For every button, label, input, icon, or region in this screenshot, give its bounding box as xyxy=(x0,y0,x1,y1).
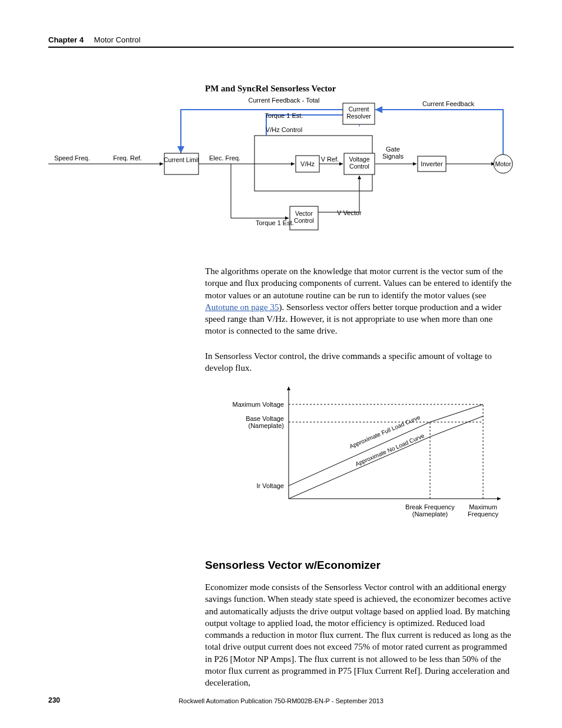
label-torque1est: Torque 1 Est. xyxy=(265,112,303,119)
label-curr-fb-total: Current Feedback - Total xyxy=(249,97,320,104)
ylabel-max: Maximum Voltage xyxy=(233,401,284,408)
paragraph-2: In Sensorless Vector control, the drive … xyxy=(205,350,514,374)
label-speed-freq: Speed Freq. xyxy=(54,154,90,162)
svg-text:Current
Limit: Current Limit xyxy=(164,156,199,163)
label-freq-ref: Freq. Ref. xyxy=(113,154,142,162)
autotune-link[interactable]: Autotune on page 35 xyxy=(205,302,279,312)
label-motor: Motor xyxy=(495,160,511,167)
section-label: Motor Control xyxy=(94,35,141,44)
svg-text:GateSignals: GateSignals xyxy=(382,146,404,160)
voltage-frequency-graph: Approximate Full Load Curve Approximate … xyxy=(230,381,513,534)
subheading-economizer: Sensorless Vector w/Economizer xyxy=(205,559,381,572)
label-elec-freq: Elec. Freq. xyxy=(209,154,240,162)
label-vvector: V Vector xyxy=(337,209,362,216)
paragraph-1: The algorithms operate on the knowledge … xyxy=(205,265,514,337)
diagram-title: PM and SyncRel Sensorless Vector xyxy=(205,84,336,94)
label-vhz: V/Hz xyxy=(300,160,315,167)
label-curr-fb: Current Feedback xyxy=(422,100,475,107)
svg-text:MaximumFrequency: MaximumFrequency xyxy=(468,503,498,518)
svg-text:CurrentResolver: CurrentResolver xyxy=(346,106,371,120)
publication-line: Rockwell Automation Publication 750-RM00… xyxy=(0,697,562,704)
block-diagram: Speed Freq. Freq. Ref. Current Limit Ele… xyxy=(48,94,514,248)
label-torque1est-b: Torque 1 Est. xyxy=(256,219,294,226)
paragraph-3: Economizer mode consists of the Sensorle… xyxy=(205,581,514,689)
label-vref: V Ref. xyxy=(321,156,339,163)
label-inverter: Inverter xyxy=(421,160,443,167)
chapter-label: Chapter 4 xyxy=(48,35,84,44)
label-vhz-control: V/Hz Control xyxy=(266,126,302,133)
ylabel-ir: Ir Voltage xyxy=(257,482,284,489)
svg-text:Base Voltage(Nameplate): Base Voltage(Nameplate) xyxy=(246,415,284,429)
page-header: Chapter 4 Motor Control xyxy=(48,35,514,48)
svg-text:Break Frequency(Nameplate): Break Frequency(Nameplate) xyxy=(405,503,455,518)
svg-text:VoltageControl: VoltageControl xyxy=(349,156,369,170)
svg-text:VectorControl: VectorControl xyxy=(294,210,314,224)
